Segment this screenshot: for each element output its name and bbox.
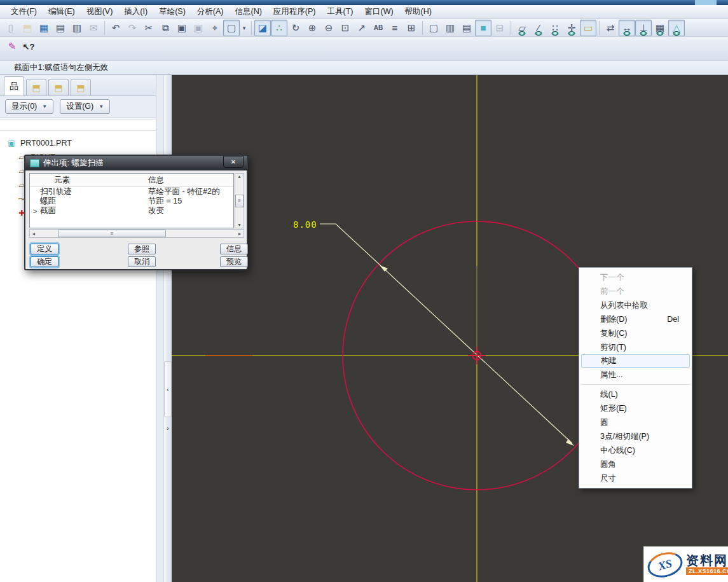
new-file-icon[interactable]: ▯	[3, 20, 19, 36]
menu-title[interactable]: 插入(I)	[118, 5, 153, 18]
menu-title[interactable]: 草绘(S)	[153, 5, 191, 18]
layers-icon[interactable]: ≡	[387, 20, 403, 36]
menu-item-line[interactable]: 线(L)	[579, 387, 692, 401]
menu-item-cut[interactable]: 剪切(T)	[579, 340, 692, 354]
preview-button[interactable]: 预览	[220, 256, 248, 267]
menu-item-circle[interactable]: 圆	[579, 415, 692, 429]
menu-item-dimension[interactable]: 尺寸	[579, 471, 692, 485]
zoom-out-icon[interactable]: ⊖	[320, 20, 337, 36]
named-views-icon[interactable]: AB	[370, 20, 387, 36]
save-icon[interactable]: ▦	[36, 20, 52, 36]
reorient-icon[interactable]: ↗	[354, 20, 370, 36]
menu-item-3point-tangent[interactable]: 3点/相切端(P)	[579, 429, 692, 443]
csys-display-icon[interactable]: ✛	[563, 20, 580, 36]
sash-expand-arrow[interactable]: ›	[165, 424, 171, 433]
toolbar-separator[interactable]	[422, 21, 423, 35]
find-icon[interactable]: ⌖	[207, 20, 223, 36]
scroll-down-icon[interactable]: ▼	[237, 223, 242, 227]
tab-model-tree[interactable]: 品	[4, 76, 24, 95]
ok-button[interactable]: 确定	[31, 256, 58, 267]
menu-item-centerline[interactable]: 中心线(C)	[579, 443, 692, 457]
menu-item-next[interactable]: 下一个	[579, 270, 692, 284]
select-dropdown-arrow[interactable]: ▾	[240, 20, 249, 36]
table-row[interactable]: > 截面 改变	[30, 206, 233, 216]
toolbar-separator[interactable]	[511, 21, 511, 35]
menu-item-pick-from-list[interactable]: 从列表中拾取	[579, 298, 692, 312]
menu-item-delete[interactable]: 删除(D) Del	[579, 312, 692, 326]
panel-scrollbar[interactable]	[156, 75, 164, 582]
open-file-icon[interactable]: ⬒	[19, 20, 36, 36]
copy-icon[interactable]: ⧉	[157, 20, 174, 36]
tab-favorites[interactable]: ⬒	[48, 79, 69, 95]
show-dropdown-button[interactable]: 显示(0) ▼	[5, 99, 53, 114]
toolbar-separator[interactable]	[251, 21, 252, 35]
constraint-display-icon[interactable]: ⊥	[635, 20, 652, 36]
datum-axis-display-icon[interactable]: ∕	[530, 20, 547, 36]
menu-item-construct[interactable]: 构建	[581, 354, 690, 368]
send-mail-icon[interactable]: ✉	[85, 20, 102, 36]
element-table[interactable]: 元素 信息 扫引轨迹 草绘平面 - 特征#2的 螺距 节距 = 15 >	[29, 173, 234, 228]
context-help-icon[interactable]: ↖?	[20, 38, 37, 55]
menu-title[interactable]: 窗口(W)	[359, 5, 399, 18]
no-hidden-display-icon[interactable]: ▤	[458, 20, 475, 36]
dimension-leader[interactable]	[320, 224, 572, 443]
annotation-display-icon[interactable]: ▭	[580, 20, 596, 36]
dimension-display-icon[interactable]: ↔	[619, 20, 635, 36]
cancel-button[interactable]: 取消	[128, 256, 156, 267]
toolbar-separator[interactable]	[599, 21, 600, 35]
menu-title[interactable]: 视图(V)	[81, 5, 119, 18]
info-button[interactable]: 信息	[220, 244, 248, 254]
tab-folder-browser[interactable]: ⬒	[26, 79, 46, 95]
zoom-fit-icon[interactable]: ⊡	[337, 20, 354, 36]
datum-plane-display-icon[interactable]: ▱	[514, 20, 530, 36]
shaded-display-icon[interactable]: ■	[475, 20, 491, 36]
horizontal-scrollbar[interactable]: ◄ ≡ ►	[29, 229, 244, 238]
menu-title[interactable]: 工具(T)	[322, 5, 359, 18]
close-button[interactable]: ✕	[223, 156, 244, 168]
settings-dropdown-button[interactable]: 设置(G) ▼	[60, 99, 110, 114]
menu-item-copy[interactable]: 复制(C)	[579, 326, 692, 340]
point-display-icon[interactable]: ∷	[547, 20, 563, 36]
select-box-icon[interactable]: ▢	[223, 20, 240, 36]
menu-separator[interactable]	[581, 384, 690, 385]
wireframe-display-icon[interactable]: ▢	[425, 20, 442, 36]
menu-title[interactable]: 信息(N)	[229, 5, 267, 18]
sketch-view-icon[interactable]: ◪	[254, 20, 271, 36]
tab-history[interactable]: ⬒	[71, 79, 91, 95]
define-button[interactable]: 定义	[31, 244, 58, 254]
panel-sash[interactable]	[164, 75, 172, 582]
scroll-up-icon[interactable]: ▲	[237, 174, 242, 179]
view-manager-icon[interactable]: ⊞	[403, 20, 420, 36]
zoom-in-icon[interactable]: ⊕	[304, 20, 320, 36]
print-icon[interactable]: ▤	[52, 20, 69, 36]
scroll-right-icon[interactable]: ►	[236, 232, 244, 236]
redraw-icon[interactable]: ⇄	[602, 20, 619, 36]
hidden-line-display-icon[interactable]: ▥	[442, 20, 458, 36]
cut-icon[interactable]: ✂	[141, 20, 157, 36]
menu-item-properties[interactable]: 属性...	[579, 368, 692, 382]
grid-display-icon[interactable]: ▦	[652, 20, 668, 36]
vertex-display-icon[interactable]: △	[668, 20, 685, 36]
table-row[interactable]: 扫引轨迹 草绘平面 - 特征#2的	[30, 187, 233, 197]
redo-icon[interactable]: ↷	[124, 20, 141, 36]
scrollbar-thumb[interactable]: ≡	[235, 195, 244, 207]
print-setup-icon[interactable]: ▥	[69, 20, 85, 36]
scroll-left-icon[interactable]: ◄	[30, 232, 38, 236]
datum-points-icon[interactable]: ∴	[271, 20, 287, 36]
dialog-titlebar[interactable]: 伸出项: 螺旋扫描	[25, 156, 247, 170]
tree-root-item[interactable]: ▣ PRT0001.PRT	[4, 136, 153, 150]
references-button[interactable]: 参照	[128, 244, 156, 254]
vertical-scrollbar[interactable]: ▲ ≡ ▼	[235, 173, 244, 228]
paste-special-icon[interactable]: ▣	[190, 20, 207, 36]
table-row[interactable]: 螺距 节距 = 15	[30, 197, 233, 206]
model-tree-toggle-icon[interactable]: ⊟	[491, 20, 508, 36]
dimension-value[interactable]: 8.00	[293, 219, 317, 230]
sash-collapse-handle[interactable]: ‹	[164, 361, 172, 417]
menu-item-rectangle[interactable]: 矩形(E)	[579, 401, 692, 415]
paste-icon[interactable]: ▣	[174, 20, 190, 36]
menu-title[interactable]: 分析(A)	[191, 5, 230, 18]
undo-icon[interactable]: ↶	[107, 20, 124, 36]
toolbar-separator[interactable]	[104, 21, 105, 35]
sketch-orientation-icon[interactable]: ✎	[4, 38, 20, 55]
scrollbar-thumb[interactable]: ≡	[58, 230, 166, 237]
